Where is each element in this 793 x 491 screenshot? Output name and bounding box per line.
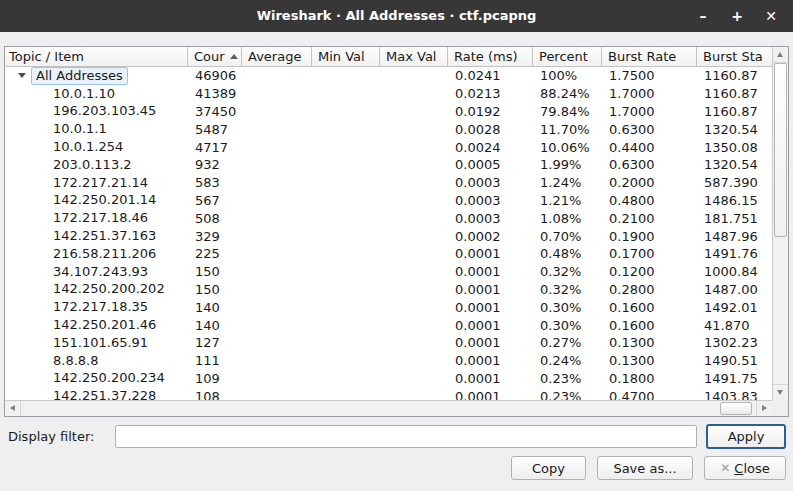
percent-cell: 0.30%	[533, 318, 602, 333]
table-row[interactable]: 172.217.18.465080.00031.08%0.2100181.751	[5, 209, 772, 227]
count-cell: 127	[188, 335, 242, 350]
address-label: 142.250.200.234	[49, 370, 169, 386]
column-header-topic-item[interactable]: Topic / Item	[5, 47, 188, 67]
scroll-right-icon[interactable]	[756, 401, 772, 416]
column-header-rate-ms[interactable]: Rate (ms)	[448, 47, 533, 67]
count-cell: 4717	[188, 140, 242, 155]
table-row[interactable]: 216.58.211.2062250.00010.48%0.17001491.7…	[5, 245, 772, 263]
table-row[interactable]: 142.250.200.2341090.00010.23%0.18001491.…	[5, 370, 772, 388]
close-button[interactable]: ✕ Close	[704, 456, 786, 480]
table-row[interactable]: 142.251.37.1633290.00020.70%0.19001487.9…	[5, 227, 772, 245]
column-header-min-val[interactable]: Min Val	[312, 47, 380, 67]
table-row[interactable]: 196.203.103.45374500.019279.84%1.7000116…	[5, 103, 772, 121]
table-row[interactable]: All Addresses469060.0241100%1.75001160.8…	[5, 67, 772, 85]
burst-rate-cell: 0.1900	[602, 229, 697, 244]
column-header-burst-rate[interactable]: Burst Rate	[602, 47, 697, 67]
burst-start-cell: 1487.00	[697, 282, 772, 297]
burst-start-cell: 1320.54	[697, 157, 772, 172]
column-header-count[interactable]: Cour	[188, 47, 242, 67]
percent-cell: 10.06%	[533, 140, 602, 155]
count-cell: 583	[188, 175, 242, 190]
scrollbar-corner	[772, 400, 788, 416]
burst-start-cell: 1492.01	[697, 300, 772, 315]
percent-cell: 79.84%	[533, 104, 602, 119]
percent-cell: 0.32%	[533, 264, 602, 279]
column-label: Rate (ms)	[454, 49, 518, 64]
table-row[interactable]: 142.250.201.461400.00010.30%0.160041.870	[5, 316, 772, 334]
address-label: 10.0.1.1	[49, 121, 111, 137]
topic-item-cell: 151.101.65.91	[5, 335, 188, 351]
burst-start-cell: 1491.76	[697, 246, 772, 261]
percent-cell: 0.24%	[533, 353, 602, 368]
topic-item-cell: All Addresses	[5, 67, 188, 85]
count-cell: 508	[188, 211, 242, 226]
table-row[interactable]: 172.217.18.351400.00010.30%0.16001492.01	[5, 298, 772, 316]
rate-cell: 0.0001	[448, 300, 533, 315]
topic-item-cell: 142.250.201.46	[5, 317, 188, 333]
table-row[interactable]: 10.0.1.10413890.021388.24%1.70001160.87	[5, 85, 772, 103]
display-filter-input[interactable]	[115, 425, 697, 448]
burst-rate-cell: 0.1300	[602, 335, 697, 350]
table-row[interactable]: 142.250.200.2021500.00010.32%0.28001487.…	[5, 281, 772, 299]
close-icon[interactable]: ✕	[761, 6, 781, 26]
percent-cell: 1.08%	[533, 211, 602, 226]
burst-rate-cell: 1.7500	[602, 68, 697, 83]
column-header-average[interactable]: Average	[242, 47, 312, 67]
percent-cell: 1.99%	[533, 157, 602, 172]
statistics-table: Topic / Item Cour Average Min Val Max Va…	[4, 46, 789, 417]
table-row[interactable]: 172.217.21.145830.00031.24%0.2000587.390	[5, 174, 772, 192]
topic-item-cell: 142.250.200.234	[5, 370, 188, 386]
rate-cell: 0.0028	[448, 122, 533, 137]
table-row[interactable]: 142.250.201.145670.00031.21%0.48001486.1…	[5, 192, 772, 210]
vertical-scrollbar[interactable]	[772, 47, 788, 400]
table-row[interactable]: 151.101.65.911270.00010.27%0.13001302.23	[5, 334, 772, 352]
address-label: 151.101.65.91	[49, 335, 152, 351]
percent-cell: 0.48%	[533, 246, 602, 261]
scroll-down-icon[interactable]	[773, 384, 788, 400]
count-cell: 109	[188, 371, 242, 386]
burst-rate-cell: 1.7000	[602, 104, 697, 119]
table-row[interactable]: 10.0.1.25447170.002410.06%0.44001350.08	[5, 138, 772, 156]
burst-rate-cell: 0.6300	[602, 157, 697, 172]
column-header-max-val[interactable]: Max Val	[380, 47, 448, 67]
table-row[interactable]: 8.8.8.81110.00010.24%0.13001490.51	[5, 352, 772, 370]
copy-button[interactable]: Copy	[511, 456, 586, 480]
address-label: 10.0.1.254	[49, 139, 127, 155]
collapse-triangle-icon[interactable]	[5, 73, 31, 78]
table-row[interactable]: 34.107.243.931500.00010.32%0.12001000.84	[5, 263, 772, 281]
count-cell: 567	[188, 193, 242, 208]
column-header-percent[interactable]: Percent	[533, 47, 602, 67]
burst-start-cell: 1302.23	[697, 335, 772, 350]
table-row[interactable]: 203.0.113.29320.00051.99%0.63001320.54	[5, 156, 772, 174]
count-cell: 5487	[188, 122, 242, 137]
column-label: Topic / Item	[9, 49, 84, 64]
table-row[interactable]: 10.0.1.154870.002811.70%0.63001320.54	[5, 120, 772, 138]
vertical-scrollbar-thumb[interactable]	[774, 63, 787, 237]
rate-cell: 0.0001	[448, 389, 533, 400]
horizontal-scrollbar-thumb[interactable]	[720, 402, 752, 415]
burst-start-cell: 1490.51	[697, 353, 772, 368]
rate-cell: 0.0213	[448, 86, 533, 101]
rate-cell: 0.0003	[448, 193, 533, 208]
apply-button[interactable]: Apply	[706, 424, 786, 449]
rate-cell: 0.0001	[448, 335, 533, 350]
wireshark-all-addresses-dialog: Wireshark · All Addresses · ctf.pcapng –…	[0, 0, 793, 491]
horizontal-scrollbar[interactable]	[5, 400, 772, 416]
table-body: All Addresses469060.0241100%1.75001160.8…	[5, 67, 772, 400]
column-header-burst-start[interactable]: Burst Sta	[697, 47, 772, 67]
table-row[interactable]: 142.251.37.2281080.00010.23%0.47001403.8…	[5, 387, 772, 400]
rate-cell: 0.0003	[448, 175, 533, 190]
maximize-icon[interactable]: +	[727, 6, 747, 26]
percent-cell: 0.23%	[533, 371, 602, 386]
save-as-button[interactable]: Save as...	[597, 456, 693, 480]
burst-rate-cell: 0.4700	[602, 389, 697, 400]
address-label: 196.203.103.45	[49, 103, 160, 119]
count-cell: 150	[188, 264, 242, 279]
address-label: All Addresses	[31, 67, 128, 85]
scroll-left-icon[interactable]	[5, 401, 21, 416]
rate-cell: 0.0005	[448, 157, 533, 172]
scroll-up-icon[interactable]	[773, 47, 788, 63]
minimize-icon[interactable]: –	[693, 6, 713, 26]
titlebar[interactable]: Wireshark · All Addresses · ctf.pcapng –…	[0, 0, 793, 32]
topic-item-cell: 34.107.243.93	[5, 264, 188, 280]
